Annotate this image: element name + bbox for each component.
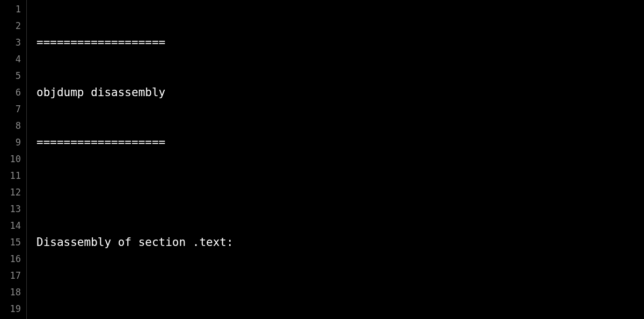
blank-line (36, 184, 644, 201)
line-number: 5 (0, 68, 26, 84)
header-rule: =================== (36, 34, 644, 51)
line-number: 6 (0, 84, 26, 101)
line-number: 15 (0, 234, 26, 251)
line-number: 17 (0, 267, 26, 284)
code-area[interactable]: =================== objdump disassembly … (27, 0, 644, 319)
line-number: 1 (0, 1, 26, 18)
line-number: 19 (0, 301, 26, 317)
line-number: 2 (0, 18, 26, 34)
line-number-gutter: 12345678910111213141516171819 (0, 0, 27, 319)
header-title: objdump disassembly (36, 84, 644, 101)
blank-line (36, 284, 644, 301)
line-number: 9 (0, 134, 26, 151)
header-rule: =================== (36, 134, 644, 151)
line-number: 11 (0, 168, 26, 184)
line-number: 7 (0, 101, 26, 118)
line-number: 14 (0, 218, 26, 234)
line-number: 16 (0, 251, 26, 267)
code-editor[interactable]: 12345678910111213141516171819 ==========… (0, 0, 644, 319)
line-number: 8 (0, 118, 26, 134)
line-number: 4 (0, 51, 26, 68)
line-number: 18 (0, 284, 26, 301)
line-number: 3 (0, 34, 26, 51)
line-number: 10 (0, 151, 26, 168)
section-header: Disassembly of section .text: (36, 234, 644, 251)
line-number: 12 (0, 184, 26, 201)
line-number: 13 (0, 201, 26, 218)
